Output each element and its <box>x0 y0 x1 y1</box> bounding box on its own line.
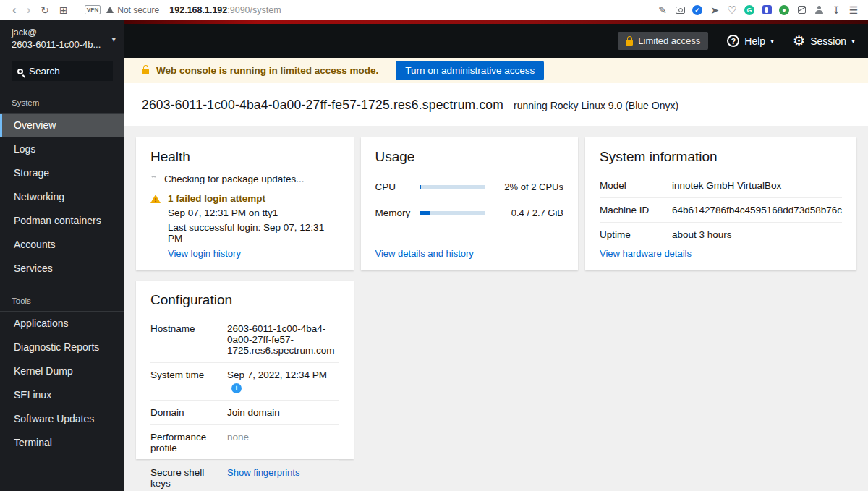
uptime-row: Uptime about 3 hours <box>600 223 842 247</box>
machine-id-row: Machine ID 64b6142786fb4c4595168dd73d58b… <box>600 198 842 223</box>
back-icon[interactable]: ‹ <box>12 4 17 16</box>
session-menu-button[interactable]: ⚙ Session ▾ <box>793 34 855 48</box>
memory-usage-row: Memory 0.4 / 2.7 GiB <box>375 200 564 226</box>
model-label: Model <box>600 180 659 191</box>
reload-icon[interactable]: ↻ <box>41 5 49 15</box>
info-icon[interactable]: i <box>231 383 242 393</box>
spinner-icon <box>150 176 157 182</box>
green-badge-icon[interactable]: ● <box>777 3 791 17</box>
system-information-card: System information Model innotek GmbH Vi… <box>585 137 856 270</box>
package-updates-status: Checking for package updates... <box>150 174 339 184</box>
hostname-value: 2603-6011-1c00-4ba4-0a00-27ff-fe57-1725.… <box>227 323 339 356</box>
system-info-card-title: System information <box>600 149 842 165</box>
lock-icon <box>142 69 149 74</box>
model-value: innotek GmbH VirtualBox <box>672 180 842 191</box>
not-secure-warning-icon[interactable] <box>106 7 114 13</box>
host-switcher[interactable]: jack@ 2603-6011-1c00-4b... ▾ <box>0 20 124 56</box>
cpu-label: CPU <box>375 182 420 192</box>
view-login-history-link[interactable]: View login history <box>168 248 241 259</box>
failed-login-title: 1 failed login attempt <box>168 193 339 204</box>
host-name: 2603-6011-1c00-4b... <box>12 39 109 50</box>
search-icon <box>17 69 23 74</box>
system-time-label: System time <box>150 370 214 393</box>
failed-login-alert: ! 1 failed login attempt Sep 07, 12:31 P… <box>150 193 339 259</box>
address-bar[interactable]: 192.168.1.192:9090/system <box>169 5 281 15</box>
turn-on-admin-access-button[interactable]: Turn on administrative access <box>396 61 544 80</box>
join-domain-link[interactable]: Join domain <box>227 407 339 418</box>
system-time-value: Sep 7, 2022, 12:34 PMi <box>227 370 339 393</box>
forward-icon[interactable]: › <box>27 4 31 16</box>
cube-icon[interactable] <box>794 3 809 17</box>
memory-progress-bar <box>420 211 485 215</box>
uptime-value: about 3 hours <box>672 229 842 240</box>
performance-profile-row: Performance profile none <box>150 425 339 461</box>
configuration-card-title: Configuration <box>150 292 339 308</box>
performance-profile-value: none <box>227 432 339 453</box>
sidebar-item-storage[interactable]: Storage <box>0 161 124 185</box>
sidebar-item-diagnostic-reports[interactable]: Diagnostic Reports <box>0 336 124 359</box>
health-card-title: Health <box>150 149 339 165</box>
menu-icon[interactable]: ☰ <box>846 3 861 17</box>
chevron-down-icon: ▾ <box>111 35 116 44</box>
system-time-row: System time Sep 7, 2022, 12:34 PMi <box>150 363 339 401</box>
configuration-card: Configuration Hostname 2603-6011-1c00-4b… <box>136 281 354 459</box>
heart-icon[interactable]: ♡ <box>725 3 739 17</box>
nav-section-system: System <box>0 91 124 113</box>
last-login-detail: Last successful login: Sep 07, 12:31 PM <box>168 222 339 244</box>
sidebar-item-accounts[interactable]: Accounts <box>0 233 124 257</box>
masthead: Limited access ? Help ▾ ⚙ Session ▾ <box>124 24 868 58</box>
ssh-keys-row: Secure shell keys Show fingerprints <box>150 461 339 491</box>
help-menu-button[interactable]: ? Help ▾ <box>727 35 774 47</box>
domain-row: Domain Join domain <box>150 401 339 425</box>
search-input[interactable]: Search <box>12 61 113 81</box>
help-icon: ? <box>727 35 739 47</box>
send-icon[interactable]: ➤ <box>707 3 722 17</box>
failed-login-detail: Sep 07, 12:31 PM on tty1 <box>168 208 339 218</box>
not-secure-label[interactable]: Not secure <box>117 5 159 15</box>
hostname-label: Hostname <box>150 323 214 356</box>
view-hardware-details-link[interactable]: View hardware details <box>600 248 842 259</box>
domain-label: Domain <box>150 407 214 418</box>
sidebar-item-terminal[interactable]: Terminal <box>0 431 124 455</box>
hostname-row: Hostname 2603-6011-1c00-4ba4-0a00-27ff-f… <box>150 317 339 363</box>
browser-toolbar: ‹ › ↻ ⊞ VPN Not secure 192.168.1.192:909… <box>0 0 868 20</box>
phone-extension-icon[interactable] <box>760 3 774 17</box>
page-header: 2603-6011-1c00-4ba4-0a00-27ff-fe57-1725.… <box>124 83 868 126</box>
check-badge-icon[interactable]: ✓ <box>690 3 705 17</box>
cpu-value: 2% of 2 CPUs <box>495 182 563 192</box>
sidebar-item-logs[interactable]: Logs <box>0 137 124 161</box>
host-user: jack@ <box>12 27 109 38</box>
memory-value: 0.4 / 2.7 GiB <box>495 208 563 218</box>
sidebar-item-overview[interactable]: Overview <box>0 114 124 137</box>
search-placeholder: Search <box>29 66 60 77</box>
view-details-history-link[interactable]: View details and history <box>375 248 564 259</box>
sidebar-item-kernel-dump[interactable]: Kernel Dump <box>0 359 124 383</box>
help-label: Help <box>744 35 765 47</box>
download-icon[interactable]: ↧ <box>829 3 843 17</box>
session-label: Session <box>810 35 846 47</box>
sidebar-item-podman-containers[interactable]: Podman containers <box>0 209 124 233</box>
grammarly-icon[interactable]: G <box>742 3 757 17</box>
limited-access-button[interactable]: Limited access <box>618 32 708 50</box>
lock-icon <box>626 40 633 46</box>
gear-icon: ⚙ <box>793 34 805 48</box>
ssh-keys-label: Secure shell keys <box>150 467 214 489</box>
memory-label: Memory <box>375 208 420 218</box>
nav-section-tools: Tools <box>0 289 124 311</box>
page-subtitle: running Rocky Linux 9.0 (Blue Onyx) <box>514 100 678 111</box>
sidebar-item-software-updates[interactable]: Software Updates <box>0 407 124 431</box>
sidebar-item-networking[interactable]: Networking <box>0 185 124 209</box>
edit-icon[interactable]: ✎ <box>655 3 670 17</box>
vpn-badge: VPN <box>85 5 101 14</box>
cpu-progress-bar <box>420 185 485 189</box>
show-fingerprints-link[interactable]: Show fingerprints <box>227 467 299 478</box>
sidebar-item-applications[interactable]: Applications <box>0 312 124 336</box>
sidebar-item-selinux[interactable]: SELinux <box>0 383 124 407</box>
camera-icon[interactable] <box>673 3 687 17</box>
machine-id-value: 64b6142786fb4c4595168dd73d58b76c <box>672 205 842 215</box>
checking-updates-text: Checking for package updates... <box>164 174 305 184</box>
profile-icon[interactable] <box>812 3 826 17</box>
usage-card-title: Usage <box>375 149 564 165</box>
tab-grid-icon[interactable]: ⊞ <box>59 5 68 15</box>
sidebar-item-services[interactable]: Services <box>0 257 124 281</box>
